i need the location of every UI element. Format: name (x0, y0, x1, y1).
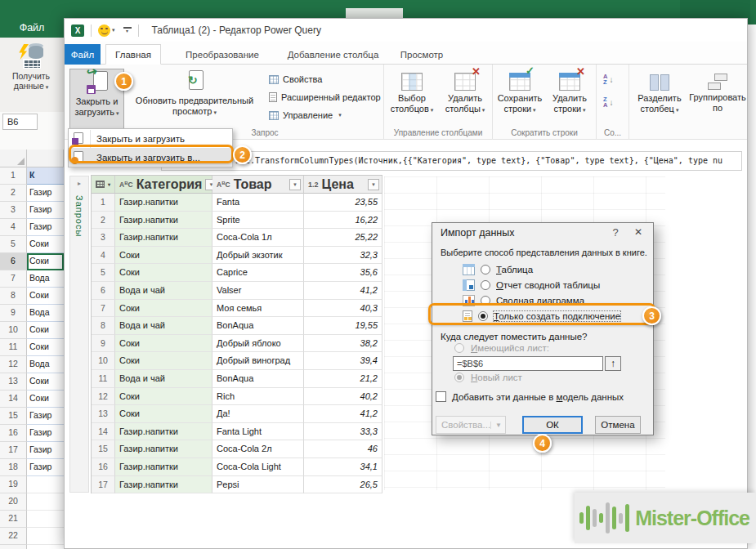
add-to-data-model-checkbox[interactable] (436, 391, 446, 402)
row-index-cell[interactable]: 13 (92, 405, 115, 423)
existing-sheet-range-input[interactable]: =$B$6 (453, 356, 603, 371)
row-index-cell[interactable]: 8 (92, 317, 115, 335)
remove-columns-button[interactable]: Удалить столбцы▾ (440, 69, 490, 132)
excel-row-header[interactable]: 16 (0, 425, 27, 442)
row-index-cell[interactable]: 10 (92, 352, 115, 370)
split-column-button[interactable]: Разделить столбец▾ (633, 69, 687, 132)
excel-row-header[interactable]: 20 (0, 493, 27, 511)
queries-pane-collapsed[interactable]: ▸ Запросы (69, 176, 89, 493)
sort-descending-button[interactable]: ZA↓ (603, 92, 624, 112)
pq-tab-home[interactable]: Главная (105, 44, 161, 65)
pq-table-corner-button[interactable]: ▾ (92, 176, 115, 194)
excel-row-header[interactable]: 17 (0, 442, 27, 459)
cell-price[interactable]: 39,4 (304, 352, 382, 370)
cell-category[interactable]: Соки (115, 388, 212, 406)
cell-category[interactable]: Соки (115, 264, 212, 282)
manage-button[interactable]: Управление ▾ (266, 107, 385, 123)
row-index-cell[interactable]: 2 (92, 212, 115, 230)
cancel-button[interactable]: Отмена (595, 416, 641, 434)
radio-table[interactable] (481, 265, 490, 274)
cell-category[interactable]: Газир.напитки (115, 194, 212, 212)
excel-cell[interactable]: Соки (27, 391, 64, 408)
excel-row-header[interactable]: 14 (0, 391, 27, 408)
cell-price[interactable]: 40,3 (304, 300, 382, 318)
collapse-dialog-button[interactable]: ↑ (605, 356, 621, 371)
cell-product[interactable]: Да! (212, 405, 304, 423)
excel-row-header[interactable]: 23 (0, 545, 27, 549)
excel-row-header[interactable]: 21 (0, 511, 27, 528)
get-data-button[interactable]: Получить данные▾ (2, 42, 60, 108)
cell-price[interactable]: 21,2 (304, 370, 382, 388)
ok-button[interactable]: ОК (522, 416, 583, 434)
existing-sheet-radio[interactable] (454, 343, 464, 353)
expand-pane-icon[interactable]: ▸ (78, 180, 81, 187)
column-header-product[interactable]: ABCТовар▼ (212, 176, 304, 194)
pq-tab-transform[interactable]: Преобразование (174, 44, 271, 65)
keep-rows-button[interactable]: Сохранить строки▾ (495, 69, 544, 132)
cell-price[interactable]: 40,2 (304, 388, 382, 406)
excel-row-header[interactable]: 1 (0, 167, 27, 185)
excel-cell[interactable]: Соки (27, 288, 64, 305)
row-index-cell[interactable]: 12 (92, 388, 115, 406)
excel-row-header[interactable]: 9 (0, 305, 27, 322)
cell-product[interactable]: Моя семья (212, 300, 304, 318)
import-option-table[interactable]: Таблица (432, 261, 653, 277)
excel-cell[interactable]: Соки (27, 339, 64, 356)
cell-product[interactable]: Rich (212, 388, 304, 406)
cell-category[interactable]: Вода и чай (115, 317, 212, 335)
excel-row-header[interactable]: 7 (0, 270, 27, 288)
chevron-down-icon[interactable]: ▾ (112, 27, 115, 33)
cell-product[interactable]: Fanta Light (212, 423, 304, 441)
choose-columns-button[interactable]: Выбор столбцов▾ (387, 69, 437, 132)
filter-button[interactable]: ▼ (368, 179, 379, 190)
cell-product[interactable]: BonAqua (212, 317, 304, 335)
row-index-cell[interactable]: 7 (92, 300, 115, 318)
cell-category[interactable]: Газир.напитки (115, 458, 212, 476)
excel-file-tab[interactable]: Файл (0, 0, 64, 38)
excel-row-header[interactable]: 4 (0, 219, 27, 236)
cell-price[interactable]: 33,3 (304, 423, 382, 441)
quick-access-toolbar-icon[interactable]: ▾ (123, 27, 132, 33)
new-sheet-radio[interactable] (454, 373, 464, 382)
pq-tab-view[interactable]: Просмотр (395, 44, 449, 65)
cell-product[interactable]: Caprice (212, 264, 304, 282)
cell-category[interactable]: Вода и чай (115, 370, 212, 388)
cell-product[interactable]: Добрый виноград (212, 352, 304, 370)
cell-category[interactable]: Газир.напитки (115, 212, 212, 230)
row-index-cell[interactable]: 15 (92, 440, 115, 458)
row-index-cell[interactable]: 1 (92, 194, 115, 212)
excel-cell[interactable]: К (27, 167, 64, 185)
row-index-cell[interactable]: 6 (92, 282, 115, 300)
properties-button[interactable]: Свойства (266, 71, 385, 87)
cell-price[interactable]: 41,2 (304, 282, 382, 300)
cell-price[interactable]: 16,22 (304, 212, 382, 230)
cell-category[interactable]: Газир.напитки (115, 476, 212, 494)
excel-cell[interactable]: Газир (27, 459, 64, 476)
pq-title-bar[interactable]: X ▾ ▾ Таблица1 (2) - Редактор Power Quer… (65, 19, 747, 42)
cell-price[interactable]: 38,2 (304, 335, 382, 353)
cell-price[interactable]: 41,2 (304, 405, 382, 423)
row-index-cell[interactable]: 14 (92, 423, 115, 441)
group-by-button[interactable]: Группировать по (688, 69, 747, 132)
cell-category[interactable]: Соки (115, 352, 212, 370)
excel-cell[interactable]: Соки (27, 253, 64, 270)
excel-row-header[interactable]: 3 (0, 202, 27, 219)
cell-product[interactable]: Coca-Cola 2л (212, 440, 304, 458)
row-index-cell[interactable]: 5 (92, 264, 115, 282)
excel-column-header-stub[interactable] (27, 150, 64, 167)
pq-tab-add-column[interactable]: Добавление столбца (283, 44, 383, 65)
excel-cell[interactable]: Вода (27, 270, 64, 288)
excel-row-header[interactable]: 10 (0, 322, 27, 339)
remove-rows-button[interactable]: Удалить строки▾ (545, 69, 594, 132)
excel-cell[interactable] (27, 476, 64, 493)
cell-product[interactable]: Sprite (212, 212, 304, 230)
existing-sheet-option[interactable]: Имеющийся лист: (454, 343, 549, 353)
row-index-cell[interactable]: 11 (92, 370, 115, 388)
cell-category[interactable]: Вода и чай (115, 282, 212, 300)
excel-cell[interactable]: Газир (27, 442, 64, 459)
cell-product[interactable]: Coca-Cola Light (212, 458, 304, 476)
filter-button[interactable]: ▼ (289, 179, 301, 190)
row-index-cell[interactable]: 4 (92, 247, 115, 265)
excel-cell[interactable]: Соки (27, 236, 64, 253)
cell-product[interactable]: Valser (212, 282, 304, 300)
